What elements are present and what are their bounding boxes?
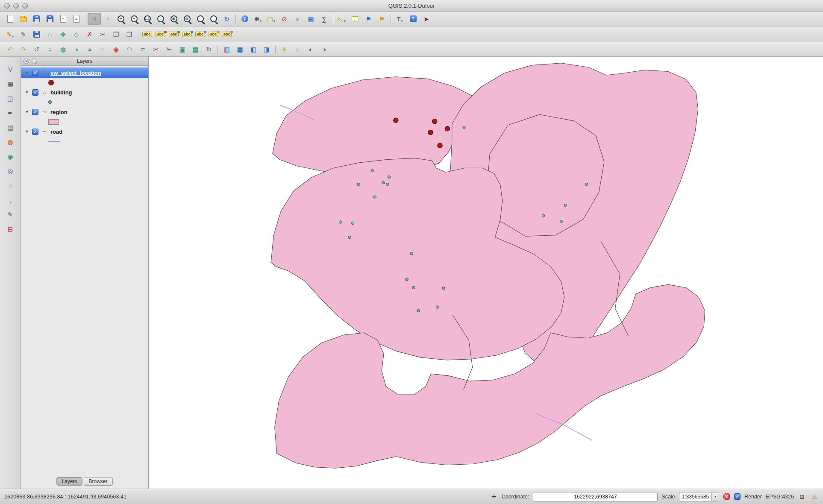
add-delimited-text-layer[interactable]: , ▾ — [3, 193, 17, 206]
redo[interactable]: ↷ ▾ — [17, 44, 30, 56]
raster-local-stretch[interactable]: ▥ ▾ — [220, 44, 233, 56]
layer-visibility-checkbox[interactable]: ✓ — [32, 109, 38, 115]
coordinate-input[interactable] — [533, 492, 658, 501]
stop-render-button[interactable]: ✕ — [723, 493, 730, 500]
open-project[interactable]: ▾ — [17, 13, 30, 25]
delete-ring[interactable]: ◌ ▾ — [96, 44, 109, 56]
expand-arrow-icon[interactable]: ▼ — [24, 129, 29, 134]
split-features[interactable]: ✂ ▾ — [149, 44, 162, 56]
decrease-brightness[interactable]: ☼ ▾ — [291, 44, 304, 56]
merge-features[interactable]: ▣ ▾ — [176, 44, 189, 56]
dropdown-arrow-icon[interactable]: ▾ — [401, 19, 403, 23]
add-wfs-layer[interactable]: ○ ▾ — [3, 179, 17, 192]
remove-layer[interactable]: ⊟ ▾ — [3, 223, 17, 235]
merge-attributes[interactable]: ▤ ▾ — [189, 44, 202, 56]
expand-arrow-icon[interactable]: ▼ — [24, 110, 29, 114]
zoom-next[interactable]: → ▾ — [207, 13, 220, 25]
text-annotation[interactable]: T ▾ — [393, 13, 406, 25]
map-canvas[interactable] — [149, 57, 823, 489]
reshape-features[interactable]: ◠ ▾ — [123, 44, 136, 56]
help-contents[interactable]: ? ▾ — [406, 13, 420, 25]
simplify-feature[interactable]: ≈ ▾ — [43, 44, 56, 56]
zoom-button[interactable] — [22, 3, 28, 9]
label-change-properties[interactable]: abc ▾ — [207, 28, 220, 40]
float-panel-button[interactable]: ○ — [32, 59, 37, 64]
zoom-last[interactable]: ← ▾ — [194, 13, 207, 25]
panel-tab[interactable]: Browser — [84, 477, 113, 486]
add-part[interactable]: ◑ ▾ — [70, 44, 83, 56]
split-parts[interactable]: ✁ ▾ — [162, 44, 176, 56]
add-ring[interactable]: ◍ ▾ — [56, 44, 70, 56]
messages-icon[interactable]: ⚠ — [810, 492, 819, 501]
add-oracle-layer[interactable]: ◍ ▾ — [3, 135, 17, 148]
labeling-options[interactable]: abc ▾ — [141, 28, 154, 40]
deselect-features[interactable]: ⊘ ▾ — [278, 13, 291, 25]
add-raster-layer[interactable]: ▦ ▾ — [3, 77, 17, 90]
dropdown-arrow-icon[interactable]: ▾ — [260, 19, 262, 23]
increase-contrast[interactable]: ◐ ▾ — [304, 44, 317, 56]
undo[interactable]: ↶ ▾ — [3, 44, 17, 56]
raster-full-cumulative-stretch[interactable]: ◨ ▾ — [260, 44, 273, 56]
close-panel-button[interactable]: ✕ — [24, 59, 29, 64]
open-attribute-table[interactable]: ▦ ▾ — [304, 13, 317, 25]
toggle-extent-mouse-icon[interactable]: ✛ — [490, 493, 498, 500]
delete-part[interactable]: ◉ ▾ — [109, 44, 123, 56]
layer-visibility-checkbox[interactable]: ✓ — [32, 129, 38, 135]
measure-line[interactable]: ◺ ▾ — [335, 13, 349, 25]
composer-manager[interactable]: ≡ ▾ — [70, 13, 83, 25]
save-project-as[interactable]: ✎ ▾ — [43, 13, 56, 25]
zoom-full[interactable]: ↔ ▾ — [154, 13, 167, 25]
add-mssql-layer[interactable]: ▤ ▾ — [3, 121, 17, 134]
refresh-map[interactable]: ↻ ▾ — [220, 13, 233, 25]
select-by-expression[interactable]: ε ▾ — [291, 13, 304, 25]
new-project[interactable]: ▾ — [3, 13, 17, 25]
add-vector-layer[interactable]: V ▾ — [3, 63, 17, 76]
identify-features[interactable]: i ▾ — [238, 13, 251, 25]
dropdown-arrow-icon[interactable]: ▾ — [12, 35, 14, 38]
zoom-to-layer[interactable]: ▦ ▾ — [180, 13, 194, 25]
raster-local-cumulative-stretch[interactable]: ◧ ▾ — [247, 44, 260, 56]
pan-to-selection[interactable]: ☝ ▾ — [101, 13, 114, 25]
pan-map[interactable]: ☝ ▾ — [88, 13, 101, 25]
scale-dropdown-icon[interactable]: ▾ — [711, 492, 719, 501]
add-postgis-layer[interactable]: ◫ ▾ — [3, 92, 17, 105]
raster-full-stretch[interactable]: ▦ ▾ — [233, 44, 247, 56]
whats-this[interactable]: ➤ ▾ — [420, 13, 433, 25]
expand-arrow-icon[interactable]: ▼ — [24, 70, 29, 75]
select-features[interactable]: ▢ ▾ — [265, 13, 278, 25]
show-bookmarks[interactable]: ⚑ ▾ — [375, 13, 388, 25]
delete-selected[interactable]: ✗ ▾ — [83, 28, 96, 40]
zoom-to-selection[interactable]: ▣ ▾ — [167, 13, 180, 25]
add-feature[interactable]: ∴ ▾ — [43, 28, 56, 40]
dropdown-arrow-icon[interactable]: ▾ — [344, 19, 346, 23]
label-move[interactable]: abc ▾ — [180, 28, 194, 40]
copy-features[interactable]: ❐ ▾ — [109, 28, 123, 40]
panel-tab[interactable]: Layers — [56, 477, 82, 486]
run-feature-action[interactable]: ✱ ▾ — [251, 13, 265, 25]
layer-visibility-checkbox[interactable]: ✓ — [32, 70, 38, 76]
fill-ring[interactable]: ◕ ▾ — [83, 44, 96, 56]
layer-item[interactable]: ▼ ✓ ∴ vw_select_location — [21, 67, 148, 78]
new-shapefile-layer[interactable]: ✎ ▾ — [3, 208, 17, 221]
paste-features[interactable]: ❒ ▾ — [123, 28, 136, 40]
render-checkbox[interactable]: ✓ — [734, 493, 741, 500]
add-wms-layer[interactable]: ◉ ▾ — [3, 150, 17, 163]
map-tips[interactable]: ... ▾ — [349, 13, 362, 25]
expand-arrow-icon[interactable]: ▼ — [24, 90, 29, 94]
add-spatialite-layer[interactable]: ✒ ▾ — [3, 106, 17, 119]
label-diagram-options[interactable]: abc ▾ — [220, 28, 233, 40]
scale-combo[interactable]: 1:33565585 ▾ — [679, 492, 719, 501]
cut-features[interactable]: ✂ ▾ — [96, 28, 109, 40]
field-calculator[interactable]: ∑ ▾ — [317, 13, 331, 25]
close-button[interactable] — [4, 3, 10, 9]
add-wcs-layer[interactable]: ◎ ▾ — [3, 164, 17, 177]
label-rotate[interactable]: abc ▾ — [194, 28, 207, 40]
label-pin[interactable]: abc ▾ — [154, 28, 167, 40]
layer-visibility-checkbox[interactable]: ✓ — [32, 89, 38, 96]
node-tool[interactable]: ◇ ▾ — [70, 28, 83, 40]
offset-curve[interactable]: ⊂ ▾ — [136, 44, 149, 56]
zoom-in[interactable]: + ▾ — [114, 13, 127, 25]
minimize-button[interactable] — [13, 3, 19, 9]
decrease-contrast[interactable]: ◑ ▾ — [317, 44, 331, 56]
rotate-feature[interactable]: ↺ ▾ — [30, 44, 43, 56]
